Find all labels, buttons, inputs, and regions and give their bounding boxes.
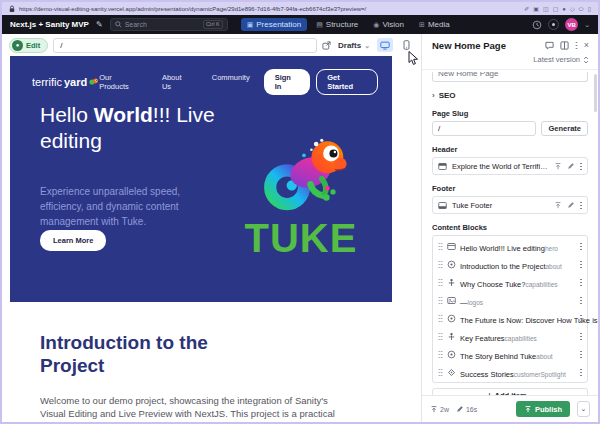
nav-link-community[interactable]: Community	[212, 73, 250, 91]
content-block-row[interactable]: —logos	[433, 291, 587, 309]
drag-handle-icon[interactable]	[438, 260, 443, 269]
tab-icon[interactable]: ⬭	[579, 6, 584, 12]
sidebar-toggle-icon[interactable]: ▯	[588, 6, 591, 12]
search-input[interactable]: Search Ctrl K	[110, 18, 228, 31]
desktop-viewport-button[interactable]	[377, 38, 393, 52]
compose-icon[interactable]: ✎	[96, 21, 103, 29]
document-form-scroll[interactable]: New Home Page › SEO Page Slug / Generate…	[422, 70, 598, 395]
add-item-button[interactable]: + Add item...	[432, 388, 588, 395]
content-block-row[interactable]: The Story Behind Tukeabout	[433, 345, 587, 363]
preview-path-input[interactable]: /	[53, 38, 317, 53]
capabilities-block-icon	[447, 278, 456, 287]
presentation-toolbar: ● Edit / Drafts ⌄	[2, 34, 421, 56]
kebab-menu-icon[interactable]	[580, 278, 583, 287]
block-type: about	[536, 353, 552, 360]
open-preview-icon[interactable]	[322, 41, 331, 50]
comments-icon[interactable]	[545, 41, 554, 50]
reference-title: Tuke Footer	[452, 201, 549, 210]
sign-in-button[interactable]: Sign In	[264, 69, 311, 95]
name-field[interactable]: New Home Page	[432, 72, 588, 82]
kebab-menu-icon[interactable]	[580, 314, 583, 323]
generate-slug-button[interactable]: Generate	[541, 121, 588, 136]
footer-block-icon	[438, 201, 447, 210]
user-avatar[interactable]: VB	[565, 18, 578, 31]
page-slug-input[interactable]: /	[432, 121, 536, 136]
logo-text: terrific	[32, 76, 62, 88]
learn-more-button[interactable]: Learn More	[40, 230, 106, 251]
content-block-row[interactable]: The Future is Now: Discover How Tuke is …	[433, 309, 587, 327]
presence-icon[interactable]	[548, 19, 559, 30]
drag-handle-icon[interactable]	[438, 332, 443, 341]
edit-mode-toggle[interactable]: ● Edit	[9, 38, 48, 53]
kebab-menu-icon[interactable]	[580, 242, 583, 251]
header-label: Header	[432, 145, 588, 153]
site-logo[interactable]: terrificyard	[32, 76, 99, 88]
url-text[interactable]: https://demo-visual-editing-sanity.verce…	[19, 6, 520, 12]
nav-link-about-us[interactable]: About Us	[162, 73, 192, 91]
history-clock-icon[interactable]	[532, 20, 542, 30]
header-reference-card[interactable]: Explore the World of TerrificYard	[432, 157, 588, 175]
browser-extension-icon[interactable]: ▢	[553, 6, 559, 12]
tab-presentation[interactable]: ▣ Presentation	[241, 18, 308, 31]
kebab-menu-icon[interactable]	[580, 296, 583, 305]
content-block-row[interactable]: Key Featurescapabilities	[433, 327, 587, 345]
browser-extension-icon[interactable]: ◇	[570, 6, 575, 12]
presentation-pane: ● Edit / Drafts ⌄	[2, 34, 421, 422]
kebab-menu-icon[interactable]	[580, 162, 583, 171]
scrollbar-thumb[interactable]	[594, 74, 597, 112]
tab-media[interactable]: ⊞ Media	[413, 18, 456, 31]
seo-fieldset-toggle[interactable]: › SEO	[432, 90, 588, 100]
drag-handle-icon[interactable]	[438, 350, 443, 359]
publish-button[interactable]: Publish	[516, 401, 570, 417]
drag-handle-icon[interactable]	[438, 296, 443, 305]
about-block-icon	[447, 350, 456, 359]
tab-vision[interactable]: ◉ Vision	[367, 18, 410, 31]
drag-handle-icon[interactable]	[438, 314, 443, 323]
edited-status[interactable]: 16s	[456, 405, 477, 413]
kebab-menu-icon[interactable]	[580, 332, 583, 341]
kebab-menu-icon[interactable]	[575, 41, 578, 50]
search-placeholder: Search	[125, 21, 200, 28]
content-block-row[interactable]: Why Choose Tuke?capabilities	[433, 273, 587, 291]
kebab-menu-icon[interactable]	[580, 350, 583, 359]
get-started-button[interactable]: Get Started	[316, 69, 378, 95]
nav-link-our-products[interactable]: Our Products	[99, 73, 142, 91]
version-selector[interactable]: Latest version	[422, 51, 598, 70]
select-chevrons-icon	[583, 56, 589, 64]
content-block-row[interactable]: Hello World!!! Live editinghero	[433, 237, 587, 255]
add-item-label: Add item...	[495, 391, 533, 396]
edit-status-icon	[567, 162, 575, 170]
search-icon	[115, 21, 122, 28]
perspective-menu[interactable]: Drafts ⌄	[336, 41, 372, 50]
workspace-title[interactable]: Next.js + Sanity MVP	[10, 20, 89, 29]
drag-handle-icon[interactable]	[438, 242, 443, 251]
split-pane-icon[interactable]	[560, 41, 569, 50]
browser-extension-icon[interactable]: ▣	[533, 6, 539, 12]
kebab-menu-icon[interactable]	[580, 201, 583, 210]
search-shortcut-badge: Ctrl K	[203, 20, 223, 30]
close-icon[interactable]: ×	[584, 41, 589, 50]
chameleon-mini-icon	[89, 78, 99, 86]
tab-label: Media	[428, 20, 450, 29]
record-icon[interactable]: ●	[562, 6, 566, 12]
chevron-down-icon: ⌄	[584, 21, 590, 28]
content-block-row[interactable]: Introduction to the Projectabout	[433, 255, 587, 273]
site-preview-iframe[interactable]: terrificyard Our Products About Us Commu…	[10, 56, 392, 422]
camera-extension-icon[interactable]: ◫	[543, 6, 549, 12]
about-block-icon	[447, 314, 456, 323]
annotate-icon[interactable]: ✐	[524, 6, 529, 12]
content-block-row[interactable]: Success StoriescustomerSpotlight	[433, 363, 587, 381]
publish-menu-button[interactable]: ⌄	[577, 401, 590, 417]
published-status[interactable]: 2w	[430, 405, 449, 413]
kebab-menu-icon[interactable]	[580, 368, 583, 377]
mobile-viewport-button[interactable]	[398, 38, 414, 52]
drag-handle-icon[interactable]	[438, 278, 443, 287]
image-block-icon	[447, 296, 456, 305]
tab-label: Structure	[326, 20, 358, 29]
hero-paragraph: Experience unparalleled speed, efficienc…	[40, 184, 215, 229]
kebab-menu-icon[interactable]	[580, 260, 583, 269]
tab-structure[interactable]: ▤ Structure	[310, 18, 364, 31]
footer-reference-card[interactable]: Tuke Footer	[432, 196, 588, 214]
vision-icon: ◉	[373, 21, 379, 28]
drag-handle-icon[interactable]	[438, 368, 443, 377]
